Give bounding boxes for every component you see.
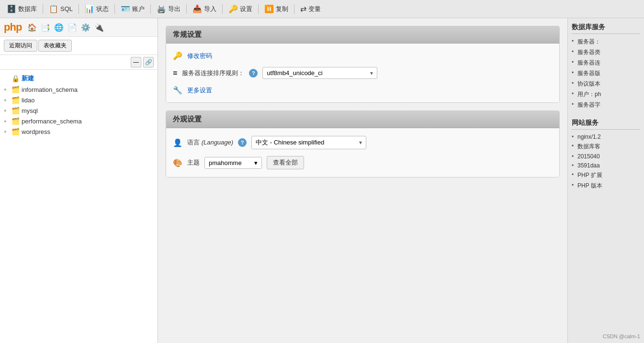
change-password-link[interactable]: 修改密码 (187, 52, 212, 60)
sidebar-icon-group: 🏠 📑 🌐 📄 ⚙️ 🔌 (26, 22, 105, 33)
web-server-item-1: 数据库客 (572, 143, 640, 151)
lock-icon: 🔒 (11, 75, 20, 82)
web-server-item-3: 3591daa (572, 162, 640, 169)
settings-icon: 🔑 (228, 4, 238, 13)
toolbar-copy[interactable]: ⏸️ 复制 (260, 2, 292, 15)
expand-performance-schema: + (4, 119, 10, 124)
change-password-row: 🔑 修改密码 (173, 51, 553, 60)
plugin-icon[interactable]: 🔌 (93, 22, 105, 33)
general-settings-body: 🔑 修改密码 ≡ 服务器连接排序规则： ? utf8mb4_unicode_ci… (166, 44, 559, 102)
toolbar-variables[interactable]: ⇄ 变量 (296, 2, 325, 15)
database-icon: 🗄️ (7, 4, 16, 13)
theme-chevron-icon: ▾ (254, 159, 258, 166)
sidebar-actions: — 🔗 (0, 55, 158, 70)
web-server-section: 网站服务 nginx/1.2 数据库客 2015040 3591daa PHP … (572, 119, 640, 190)
general-settings-title: 常规设置 (166, 26, 559, 44)
collation-chevron-icon: ▾ (370, 70, 373, 77)
tree-label-performance-schema: performance_schema (22, 118, 82, 125)
web-server-title: 网站服务 (572, 119, 640, 130)
tree-label-new: 新建 (22, 74, 34, 83)
app-logo: php (4, 21, 22, 33)
collapse-btn[interactable]: — (131, 57, 141, 67)
web-server-item-0: nginx/1.2 (572, 133, 640, 140)
toolbar-database[interactable]: 🗄️ 数据库 (3, 2, 41, 15)
toolbar-import[interactable]: 📥 导入 (189, 2, 220, 15)
sql-icon: 📋 (49, 4, 58, 13)
db-icon-wordpress: 🗂️ (11, 128, 20, 135)
content-area: 常规设置 🔑 修改密码 ≡ 服务器连接排序规则： ? utf8mb4_unico… (158, 18, 644, 343)
more-settings-row: 🔧 更多设置 (173, 86, 553, 95)
language-label: 语言 (Language) (187, 138, 233, 147)
collation-label: 服务器连接排序规则： (182, 69, 244, 77)
toolbar-settings[interactable]: 🔑 设置 (225, 2, 256, 15)
db-server-item-0: 服务器： (572, 38, 640, 46)
home-icon[interactable]: 🏠 (26, 22, 38, 33)
db-server-item-4: 协议版本 (572, 80, 640, 88)
language-info-icon[interactable]: ? (238, 138, 247, 147)
tree-label-mysql: mysql (22, 107, 38, 114)
tree-item-mysql[interactable]: + 🗂️ mysql (0, 105, 158, 116)
general-settings-card: 常规设置 🔑 修改密码 ≡ 服务器连接排序规则： ? utf8mb4_unico… (166, 26, 560, 103)
appearance-settings-title: 外观设置 (166, 111, 559, 128)
db-server-item-6: 服务器字 (572, 101, 640, 109)
more-settings-link[interactable]: 更多设置 (187, 86, 212, 95)
tree-item-information-schema[interactable]: + 🗂️ information_schema (0, 84, 158, 95)
sep-5 (186, 4, 187, 14)
theme-label: 主题 (187, 158, 200, 167)
table-icon[interactable]: 📑 (40, 22, 51, 33)
globe-icon[interactable]: 🌐 (53, 22, 65, 33)
theme-row: 🎨 主题 pmahomme ▾ 查看全部 (173, 156, 553, 169)
toolbar-status[interactable]: 📊 状态 (81, 2, 113, 15)
db-server-item-2: 服务器连 (572, 59, 640, 67)
db-icon-lidao: 🗂️ (11, 96, 20, 104)
web-server-item-5: PHP 版本 (572, 182, 640, 190)
tree-label-information-schema: information_schema (22, 86, 78, 93)
account-icon: 🪪 (121, 4, 130, 13)
toolbar-sql[interactable]: 📋 SQL (45, 2, 77, 15)
db-icon-information-schema: 🗂️ (11, 86, 20, 93)
sep-7 (258, 4, 259, 14)
sep-6 (222, 4, 223, 14)
db-server-section: 数据库服务 服务器： 服务器类 服务器连 服务器版 协议版本 用户：ph 服务器… (572, 23, 640, 109)
expand-information-schema: + (4, 87, 10, 92)
tree-item-new[interactable]: 🔒 新建 (0, 73, 158, 84)
db-server-item-5: 用户：ph (572, 90, 640, 99)
link-btn[interactable]: 🔗 (143, 57, 154, 67)
sidebar-header: php 🏠 📑 🌐 📄 ⚙️ 🔌 (0, 18, 158, 37)
status-icon: 📊 (85, 4, 94, 13)
theme-select[interactable]: pmahomme ▾ (204, 157, 262, 169)
collation-value: utf8mb4_unicode_ci (267, 69, 322, 77)
db-icon-mysql: 🗂️ (11, 107, 20, 114)
tree-item-performance-schema[interactable]: + 🗂️ performance_schema (0, 116, 158, 126)
sep-2 (79, 4, 79, 14)
collation-select[interactable]: utf8mb4_unicode_ci ▾ (262, 67, 377, 79)
tree-label-lidao: lidao (22, 97, 34, 104)
toolbar-export[interactable]: 🖨️ 导出 (153, 2, 184, 15)
web-server-item-2: 2015040 (572, 153, 640, 160)
tree-item-wordpress[interactable]: + 🗂️ wordpress (0, 126, 158, 137)
recent-btn[interactable]: 近期访问 (4, 40, 37, 52)
gear-icon[interactable]: ⚙️ (80, 22, 91, 33)
copy-icon: ⏸️ (264, 4, 274, 13)
view-all-themes-btn[interactable]: 查看全部 (267, 156, 304, 169)
language-select[interactable]: 中文 - Chinese simplified ▾ (251, 136, 366, 149)
theme-icon: 🎨 (173, 158, 182, 167)
main-toolbar: 🗄️ 数据库 📋 SQL 📊 状态 🪪 账户 🖨️ 导出 📥 导入 🔑 设置 ⏸… (0, 0, 644, 18)
db-server-item-3: 服务器版 (572, 69, 640, 77)
tree-item-lidao[interactable]: + 🗂️ lidao (0, 95, 158, 105)
db-icon-performance-schema: 🗂️ (11, 117, 20, 125)
collation-info-icon[interactable]: ? (249, 69, 258, 77)
db-server-item-1: 服务器类 (572, 48, 640, 56)
import-icon: 📥 (192, 4, 202, 13)
language-value: 中文 - Chinese simplified (256, 138, 324, 147)
collation-row: ≡ 服务器连接排序规则： ? utf8mb4_unicode_ci ▾ (173, 67, 553, 79)
db-server-title: 数据库服务 (572, 23, 640, 34)
language-row: 👤 语言 (Language) ? 中文 - Chinese simplifie… (173, 136, 553, 149)
appearance-settings-card: 外观设置 👤 语言 (Language) ? 中文 - Chinese simp… (166, 111, 560, 177)
toolbar-account[interactable]: 🪪 账户 (117, 2, 148, 15)
doc-icon[interactable]: 📄 (67, 22, 78, 33)
sep-3 (114, 4, 115, 14)
language-chevron-icon: ▾ (359, 139, 362, 146)
sidebar-tree: 🔒 新建 + 🗂️ information_schema + 🗂️ lidao … (0, 70, 158, 343)
favorites-btn[interactable]: 表收藏夹 (38, 40, 72, 52)
